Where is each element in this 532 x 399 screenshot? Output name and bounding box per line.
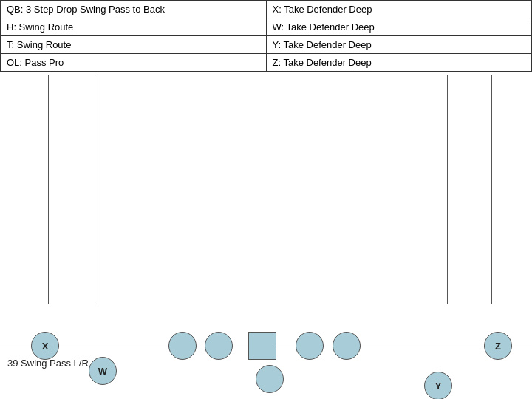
play-label: 39 Swing Pass L/R	[7, 358, 89, 369]
player-qb	[256, 365, 284, 393]
field-diagram: X W Y Z T H 39 Swing Pass L/R	[0, 75, 532, 370]
player-ol4	[332, 332, 361, 360]
table-cell-left: T: Swing Route	[1, 36, 267, 54]
player-ol3	[296, 332, 324, 360]
player-center	[248, 332, 276, 360]
table-cell-left: QB: 3 Step Drop Swing Pass to Back	[1, 1, 267, 18]
table-cell-left: H: Swing Route	[1, 18, 267, 36]
routes-svg	[0, 75, 532, 370]
table-cell-right: W: Take Defender Deep	[266, 18, 532, 36]
play-info-table: QB: 3 Step Drop Swing Pass to BackX: Tak…	[0, 0, 532, 72]
table-cell-left: OL: Pass Pro	[1, 54, 267, 72]
player-x: X	[31, 332, 59, 360]
yard-line-2	[100, 75, 100, 304]
table-cell-right: Y: Take Defender Deep	[266, 36, 532, 54]
player-z: Z	[484, 332, 512, 360]
player-ol2	[205, 332, 233, 360]
yard-line-1	[48, 75, 49, 304]
player-y: Y	[424, 372, 452, 399]
table-cell-right: X: Take Defender Deep	[266, 1, 532, 18]
yard-line-3	[447, 75, 448, 304]
table-cell-right: Z: Take Defender Deep	[266, 54, 532, 72]
yard-line-4	[491, 75, 492, 304]
player-ol1	[168, 332, 197, 360]
player-w: W	[89, 357, 117, 385]
